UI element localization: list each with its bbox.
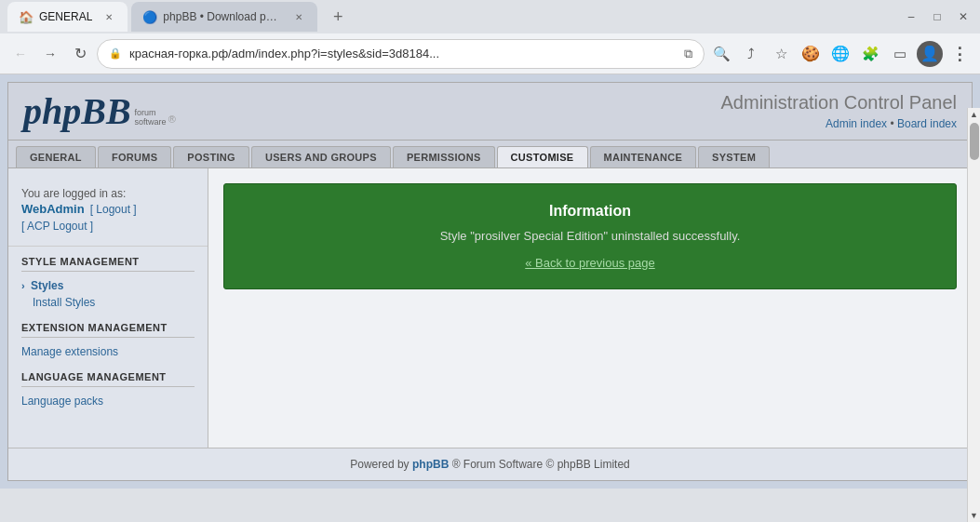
info-box-title: Information bbox=[247, 203, 933, 220]
scroll-track bbox=[968, 121, 980, 509]
main-content: Information Style "prosilver Special Edi… bbox=[208, 168, 972, 448]
logo-forum-text: forum bbox=[135, 108, 167, 117]
content-area: You are logged in as: WebAdmin [ Logout … bbox=[8, 168, 972, 448]
scroll-down-button[interactable]: ▼ bbox=[968, 509, 981, 522]
acp-links: Admin index • Board index bbox=[721, 117, 957, 130]
scroll-thumb[interactable] bbox=[970, 123, 979, 160]
window-controls: – □ ✕ bbox=[902, 7, 973, 26]
extensions-icon[interactable]: 🧩 bbox=[857, 41, 883, 67]
favorites-button[interactable]: ☆ bbox=[768, 41, 794, 67]
cast-button[interactable]: ▭ bbox=[887, 41, 913, 67]
language-packs-label: Language packs bbox=[21, 395, 103, 408]
acp-title: Administration Control Panel bbox=[721, 92, 957, 114]
logged-in-user: WebAdmin bbox=[21, 202, 85, 216]
install-styles-label: Install Styles bbox=[33, 296, 95, 309]
globe-icon[interactable]: 🌐 bbox=[827, 41, 853, 67]
tab-customise[interactable]: CUSTOMISE bbox=[497, 146, 588, 167]
tab-maintenance[interactable]: MAINTENANCE bbox=[590, 146, 697, 167]
tab-label-phpbb: phpBB • Download phpBB 3.3 bbox=[163, 10, 282, 23]
logo-software-text: software bbox=[135, 117, 167, 127]
acp-links-separator: • bbox=[890, 117, 897, 130]
sidebar-section-title-language: LANGUAGE MANAGEMENT bbox=[21, 371, 195, 387]
phpbb-logo: phpBB forum software ® bbox=[23, 93, 176, 130]
sidebar-item-styles[interactable]: › Styles bbox=[21, 277, 195, 294]
sidebar-section-title-extension: EXTENSION MANAGEMENT bbox=[21, 322, 195, 338]
tab-close-phpbb[interactable]: ✕ bbox=[291, 9, 306, 24]
tab-general[interactable]: GENERAL bbox=[16, 146, 96, 167]
tab-home-icon: 🏠 bbox=[19, 10, 34, 24]
logo-phpbb-text: phpBB bbox=[23, 93, 131, 130]
logout-link[interactable]: [ Logout ] bbox=[90, 203, 137, 216]
address-copy-icon[interactable]: ⧉ bbox=[684, 47, 692, 61]
tab-forums[interactable]: FORUMS bbox=[98, 146, 171, 167]
tab-close-information[interactable]: ✕ bbox=[101, 9, 116, 24]
maximize-button[interactable]: □ bbox=[928, 7, 946, 26]
admin-index-link[interactable]: Admin index bbox=[826, 117, 887, 130]
tab-users-groups[interactable]: USERS AND GROUPS bbox=[251, 146, 391, 167]
lock-icon: 🔒 bbox=[109, 47, 122, 60]
back-to-previous-link[interactable]: « Back to previous page bbox=[525, 256, 654, 270]
manage-extensions-label: Manage extensions bbox=[21, 345, 118, 358]
sidebar-item-manage-extensions[interactable]: Manage extensions bbox=[21, 343, 195, 360]
scrollbar[interactable]: ▲ ▼ bbox=[967, 108, 980, 522]
page-container: phpBB forum software ® Administration Co… bbox=[7, 82, 973, 481]
tab-label-information: GENERAL bbox=[39, 10, 92, 23]
footer-powered-by: Powered by bbox=[350, 458, 409, 471]
nav-actions: 🔍 ⤴ ☆ 🍪 🌐 🧩 ▭ 👤 ⋮ bbox=[708, 41, 973, 67]
sidebar-section-style-management: STYLE MANAGEMENT › Styles Install Styles bbox=[8, 256, 208, 311]
sidebar-item-language-packs[interactable]: Language packs bbox=[21, 393, 195, 409]
close-button[interactable]: ✕ bbox=[954, 7, 973, 26]
add-tab-button[interactable]: + bbox=[325, 4, 351, 30]
sidebar-section-title-style: STYLE MANAGEMENT bbox=[21, 256, 195, 272]
search-button[interactable]: 🔍 bbox=[708, 41, 734, 67]
info-box-message: Style "prosilver Special Edition" uninst… bbox=[247, 229, 933, 243]
navigation-bar: ← → ↻ 🔒 красная-горка.рф/adm/index.php?i… bbox=[0, 33, 980, 74]
reload-button[interactable]: ↻ bbox=[67, 41, 93, 67]
logged-in-label: You are logged in as: bbox=[21, 187, 195, 200]
sidebar-item-styles-label: Styles bbox=[31, 279, 63, 292]
nav-tabs-bar: GENERAL FORUMS POSTING USERS AND GROUPS … bbox=[8, 141, 972, 168]
profile-avatar[interactable]: 👤 bbox=[917, 41, 943, 67]
acp-logout-link[interactable]: [ ACP Logout ] bbox=[21, 220, 93, 233]
sidebar-section-extension-management: EXTENSION MANAGEMENT Manage extensions bbox=[8, 322, 208, 360]
cookie-icon[interactable]: 🍪 bbox=[798, 41, 824, 67]
page-footer: Powered by phpBB ® Forum Software © phpB… bbox=[8, 448, 972, 480]
more-options-button[interactable]: ⋮ bbox=[946, 41, 973, 67]
share-button[interactable]: ⤴ bbox=[738, 41, 764, 67]
address-text: красная-горка.рф/adm/index.php?i=styles&… bbox=[129, 47, 677, 60]
phpbb-header: phpBB forum software ® Administration Co… bbox=[8, 83, 972, 141]
title-bar: 🏠 GENERAL ✕ 🔵 phpBB • Download phpBB 3.3… bbox=[0, 0, 980, 33]
minimize-button[interactable]: – bbox=[902, 7, 920, 26]
logo-trademark: ® bbox=[168, 114, 176, 130]
tab-permissions[interactable]: PERMISSIONS bbox=[393, 146, 495, 167]
board-index-link[interactable]: Board index bbox=[897, 117, 957, 130]
tab-phpbb[interactable]: 🔵 phpBB • Download phpBB 3.3 ✕ bbox=[131, 2, 317, 32]
tab-information[interactable]: 🏠 GENERAL ✕ bbox=[7, 2, 128, 32]
sidebar-section-language-management: LANGUAGE MANAGEMENT Language packs bbox=[8, 371, 208, 409]
tab-system[interactable]: SYSTEM bbox=[698, 146, 770, 167]
sidebar-subitem-install-styles[interactable]: Install Styles bbox=[21, 294, 195, 311]
styles-arrow-icon: › bbox=[21, 280, 25, 291]
info-box: Information Style "prosilver Special Edi… bbox=[223, 183, 957, 289]
footer-phpbb-link[interactable]: phpBB bbox=[412, 458, 449, 471]
address-bar[interactable]: 🔒 красная-горка.рф/adm/index.php?i=style… bbox=[97, 39, 705, 69]
logged-in-section: You are logged in as: WebAdmin [ Logout … bbox=[8, 180, 208, 247]
scroll-up-button[interactable]: ▲ bbox=[968, 108, 981, 121]
footer-text: ® Forum Software © phpBB Limited bbox=[452, 458, 630, 471]
forward-button[interactable]: → bbox=[37, 41, 63, 67]
acp-title-area: Administration Control Panel Admin index… bbox=[721, 92, 957, 130]
sidebar: You are logged in as: WebAdmin [ Logout … bbox=[8, 168, 208, 448]
back-button[interactable]: ← bbox=[7, 41, 34, 67]
tab-phpbb-icon: 🔵 bbox=[142, 10, 157, 24]
tab-posting[interactable]: POSTING bbox=[173, 146, 249, 167]
